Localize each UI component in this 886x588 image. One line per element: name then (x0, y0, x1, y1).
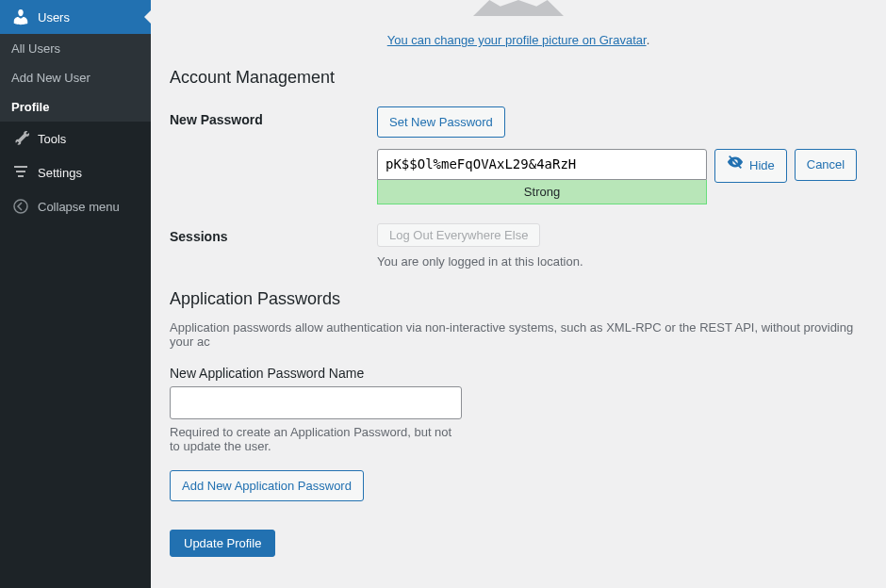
collapse-icon (11, 197, 30, 216)
hide-label: Hide (749, 155, 775, 176)
new-app-password-name-input[interactable] (170, 386, 462, 419)
cancel-password-button[interactable]: Cancel (795, 149, 857, 180)
password-strength-meter: Strong (377, 180, 707, 204)
sidebar-item-all-users[interactable]: All Users (0, 34, 151, 63)
account-management-heading: Account Management (170, 68, 867, 88)
gravatar-period: . (647, 33, 650, 47)
sidebar-item-label: Tools (38, 132, 66, 146)
sidebar-item-label: Settings (38, 166, 82, 180)
sidebar-item-label: Users (38, 10, 70, 24)
sidebar-item-label: Collapse menu (38, 200, 120, 214)
avatar-placeholder (377, 0, 660, 16)
sidebar-item-tools[interactable]: Tools (0, 122, 151, 155)
sidebar-item-profile[interactable]: Profile (0, 92, 151, 122)
new-password-row: New Password Set New Password Strong Hid… (170, 106, 867, 204)
add-application-password-button[interactable]: Add New Application Password (170, 470, 364, 501)
sessions-row: Sessions Log Out Everywhere Else You are… (170, 223, 867, 269)
admin-sidebar: Users All Users Add New User Profile Too… (0, 0, 151, 588)
new-password-label: New Password (170, 106, 377, 127)
sidebar-item-users[interactable]: Users (0, 0, 151, 34)
set-new-password-button[interactable]: Set New Password (377, 106, 505, 138)
tools-icon (11, 129, 30, 148)
update-profile-button[interactable]: Update Profile (170, 530, 275, 557)
sidebar-item-settings[interactable]: Settings (0, 155, 151, 189)
logout-everywhere-button: Log Out Everywhere Else (377, 223, 540, 247)
new-app-password-hint: Required to create an Application Passwo… (170, 425, 462, 453)
new-password-input[interactable] (377, 149, 707, 179)
gravatar-link[interactable]: You can change your profile picture on G… (387, 33, 647, 47)
sessions-label: Sessions (170, 223, 377, 244)
hide-password-button[interactable]: Hide (714, 149, 787, 182)
sessions-description: You are only logged in at this location. (377, 254, 867, 269)
application-passwords-desc: Application passwords allow authenticati… (170, 320, 867, 349)
users-icon (11, 8, 30, 26)
sidebar-submenu-users: All Users Add New User Profile (0, 34, 151, 122)
main-content: You can change your profile picture on G… (151, 0, 886, 588)
application-passwords-heading: Application Passwords (170, 289, 867, 309)
new-app-password-name-label: New Application Password Name (170, 366, 867, 381)
settings-icon (11, 163, 30, 182)
sidebar-item-add-user[interactable]: Add New User (0, 63, 151, 92)
eye-slash-icon (727, 154, 744, 177)
svg-point-0 (14, 200, 27, 213)
sidebar-item-collapse[interactable]: Collapse menu (0, 189, 151, 223)
